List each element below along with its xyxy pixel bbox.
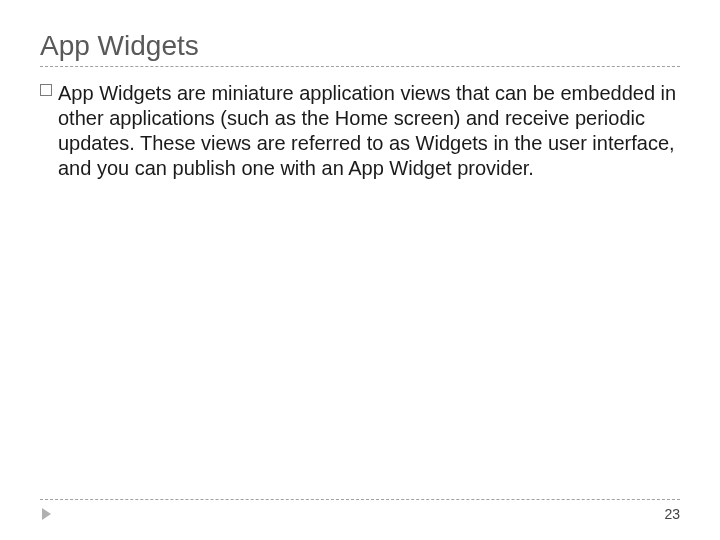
footer-row: 23 <box>40 506 680 522</box>
slide: App Widgets App Widgets are miniature ap… <box>0 0 720 540</box>
slide-title: App Widgets <box>40 30 680 62</box>
body-text: App Widgets are miniature application vi… <box>58 82 676 179</box>
title-divider <box>40 66 680 67</box>
page-number: 23 <box>664 506 680 522</box>
body-paragraph: App Widgets are miniature application vi… <box>40 81 680 181</box>
arrow-right-icon <box>42 508 51 520</box>
footer-divider <box>40 499 680 500</box>
slide-footer: 23 <box>40 499 680 522</box>
square-bullet-icon <box>40 84 52 96</box>
